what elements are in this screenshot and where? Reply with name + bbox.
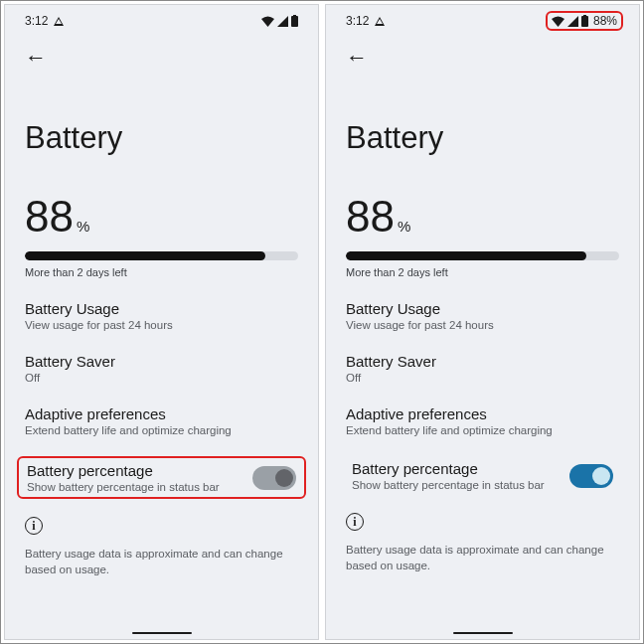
item-battery-usage[interactable]: Battery Usage View usage for past 24 hou… bbox=[346, 300, 619, 331]
percent-symbol: % bbox=[77, 218, 89, 235]
status-bar: 3:12 bbox=[25, 5, 298, 31]
item-battery-usage[interactable]: Battery Usage View usage for past 24 hou… bbox=[25, 300, 298, 331]
svg-rect-1 bbox=[293, 15, 296, 17]
notification-icon bbox=[54, 17, 64, 26]
svg-rect-2 bbox=[581, 16, 588, 27]
battery-percent: 88 % bbox=[346, 192, 619, 242]
svg-rect-3 bbox=[583, 15, 586, 17]
signal-icon bbox=[567, 16, 578, 27]
battery-bar-fill bbox=[346, 251, 586, 260]
item-battery-percentage[interactable]: Battery percentage Show battery percenta… bbox=[17, 456, 306, 499]
disclaimer: Battery usage data is approximate and ca… bbox=[346, 543, 619, 573]
battery-percentage-toggle[interactable] bbox=[252, 466, 296, 490]
item-adaptive[interactable]: Adaptive preferences Extend battery life… bbox=[346, 405, 619, 436]
item-title: Battery percentage bbox=[352, 460, 562, 477]
svg-rect-0 bbox=[291, 16, 298, 27]
battery-percent: 88 % bbox=[25, 192, 298, 242]
item-sub: Off bbox=[25, 372, 298, 384]
item-battery-percentage[interactable]: Battery percentage Show battery percenta… bbox=[346, 456, 619, 495]
item-title: Battery Saver bbox=[25, 353, 298, 370]
phone-right: 3:12 88% ← Battery 88 % More than 2 days… bbox=[325, 4, 640, 640]
item-sub: Extend battery life and optimize chargin… bbox=[25, 424, 298, 436]
signal-icon bbox=[277, 16, 288, 27]
page-title: Battery bbox=[25, 120, 298, 156]
wifi-icon bbox=[261, 16, 274, 27]
back-button[interactable]: ← bbox=[25, 45, 298, 71]
status-time: 3:12 bbox=[25, 14, 48, 28]
item-sub: Show battery percentage in status bar bbox=[352, 479, 562, 491]
battery-bar bbox=[25, 251, 298, 260]
status-battery-pct: 88% bbox=[593, 14, 617, 28]
disclaimer: Battery usage data is approximate and ca… bbox=[25, 547, 298, 577]
home-indicator[interactable] bbox=[132, 632, 192, 635]
phone-left: 3:12 ← Battery 88 % More than 2 days lef… bbox=[4, 4, 319, 640]
battery-percentage-toggle[interactable] bbox=[569, 464, 613, 488]
info-icon[interactable]: i bbox=[25, 517, 43, 535]
item-title: Adaptive preferences bbox=[25, 405, 298, 422]
battery-value: 88 bbox=[346, 192, 395, 242]
item-sub: View usage for past 24 hours bbox=[346, 319, 619, 331]
battery-estimate: More than 2 days left bbox=[25, 266, 298, 278]
status-time: 3:12 bbox=[346, 14, 369, 28]
item-sub: Off bbox=[346, 372, 619, 384]
battery-bar-fill bbox=[25, 251, 265, 260]
home-indicator[interactable] bbox=[453, 632, 513, 635]
page-title: Battery bbox=[346, 120, 619, 156]
item-title: Battery Usage bbox=[25, 300, 298, 317]
item-sub: Extend battery life and optimize chargin… bbox=[346, 424, 619, 436]
item-title: Battery percentage bbox=[27, 462, 244, 479]
battery-value: 88 bbox=[25, 192, 74, 242]
percent-symbol: % bbox=[398, 218, 410, 235]
item-title: Battery Saver bbox=[346, 353, 619, 370]
item-sub: View usage for past 24 hours bbox=[25, 319, 298, 331]
status-bar: 3:12 88% bbox=[346, 5, 619, 31]
battery-icon bbox=[581, 15, 588, 27]
info-icon[interactable]: i bbox=[346, 513, 364, 531]
battery-icon bbox=[291, 15, 298, 27]
item-sub: Show battery percentage in status bar bbox=[27, 481, 244, 493]
item-adaptive[interactable]: Adaptive preferences Extend battery life… bbox=[25, 405, 298, 436]
battery-bar bbox=[346, 251, 619, 260]
item-battery-saver[interactable]: Battery Saver Off bbox=[25, 353, 298, 384]
item-title: Battery Usage bbox=[346, 300, 619, 317]
battery-estimate: More than 2 days left bbox=[346, 266, 619, 278]
item-battery-saver[interactable]: Battery Saver Off bbox=[346, 353, 619, 384]
item-title: Adaptive preferences bbox=[346, 405, 619, 422]
back-button[interactable]: ← bbox=[346, 45, 619, 71]
notification-icon bbox=[375, 17, 385, 26]
wifi-icon bbox=[552, 16, 564, 27]
